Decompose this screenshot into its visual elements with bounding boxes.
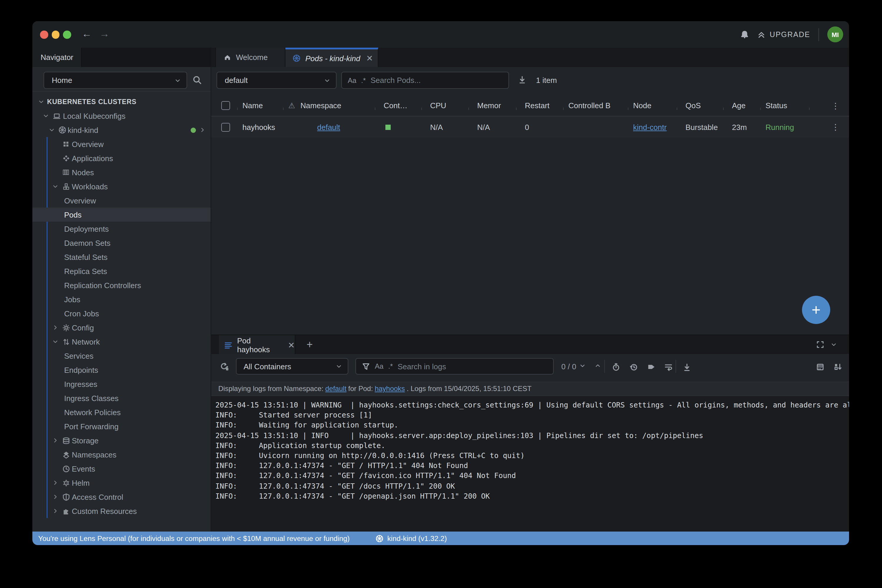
sidebar-item-ingresses[interactable]: Ingresses (32, 377, 210, 391)
logs-search-input[interactable]: Aa .* Search in logs (355, 358, 554, 375)
chevron-right-icon[interactable] (53, 508, 58, 514)
sidebar-item-kubernetes-clusters[interactable]: KUBERNETES CLUSTERS (32, 94, 210, 109)
avatar[interactable]: MI (827, 27, 843, 42)
wrap-lines-icon[interactable] (664, 363, 673, 371)
sidebar-item-port-forwarding[interactable]: Port Forwarding (32, 419, 210, 434)
row-menu-icon[interactable]: ⋮ (831, 122, 840, 132)
column-node[interactable]: Node (628, 101, 677, 110)
column-controlled-by[interactable]: Controlled B (564, 101, 628, 110)
download-icon[interactable] (518, 75, 527, 84)
match-case-icon[interactable]: Aa (348, 76, 356, 84)
chevron-right-icon[interactable] (53, 480, 58, 486)
tab-pods-kind-kind[interactable]: Pods - kind-kind ✕ (285, 48, 378, 67)
filter-icon[interactable] (362, 362, 370, 370)
sidebar-item-jobs[interactable]: Jobs (32, 292, 210, 306)
chevron-down-icon[interactable] (43, 113, 49, 119)
chevron-down-icon[interactable] (49, 127, 55, 133)
calendar-icon[interactable] (816, 363, 824, 371)
chevron-right-icon[interactable] (53, 494, 58, 500)
sidebar-item-replica-sets[interactable]: Replica Sets (32, 264, 210, 278)
prev-match-chevron-icon[interactable] (595, 363, 601, 369)
tag-icon[interactable] (647, 363, 655, 371)
statusbar-cluster[interactable]: kind-kind (v1.32.2) (376, 534, 447, 542)
row-checkbox[interactable] (221, 123, 230, 131)
tab-welcome[interactable]: Welcome (215, 48, 285, 67)
sidebar-item-local-kubeconfigs[interactable]: Local Kubeconfigs (32, 109, 210, 123)
namespace-link[interactable]: default (317, 123, 340, 131)
table-row[interactable]: hayhooks default N/A N/A 0 kind-contr Bu… (211, 116, 849, 138)
sidebar-item-storage[interactable]: Storage (32, 434, 210, 447)
notifications-bell-icon[interactable] (740, 30, 749, 39)
chevron-down-icon[interactable] (53, 339, 58, 345)
sidebar-item-overview[interactable]: Overview (32, 137, 210, 151)
column-memory[interactable]: Memor (469, 101, 517, 110)
table-menu-icon[interactable]: ⋮ (831, 101, 840, 110)
dock-tab-pod-hayhooks[interactable]: Pod hayhooks ✕ (219, 335, 295, 355)
sidebar-item-deployments[interactable]: Deployments (32, 222, 210, 236)
match-case-icon[interactable]: Aa (375, 362, 383, 370)
sidebar-item-ingress-classes[interactable]: Ingress Classes (32, 391, 210, 405)
namespace-select[interactable]: default (216, 72, 337, 89)
dock-tab-close-icon[interactable]: ✕ (288, 340, 295, 350)
sidebar-item-daemon-sets[interactable]: Daemon Sets (32, 236, 210, 250)
sidebar-item-pods[interactable]: Pods (32, 208, 210, 222)
regex-icon[interactable]: .* (361, 76, 366, 84)
select-all-checkbox[interactable] (221, 101, 230, 110)
previous-logs-icon[interactable] (630, 363, 638, 371)
column-namespace[interactable]: ⚠Namespace (284, 101, 376, 110)
minimize-window-button[interactable] (51, 31, 59, 39)
upgrade-button[interactable]: UPGRADE (757, 30, 810, 39)
sidebar-item-workloads[interactable]: Workloads (32, 179, 210, 194)
context-select[interactable]: Home (44, 72, 187, 89)
node-link[interactable]: kind-contr (633, 123, 667, 131)
chevron-right-icon[interactable] (200, 127, 205, 133)
dock-collapse-chevron-icon[interactable] (831, 342, 837, 348)
chevron-right-icon[interactable] (53, 438, 58, 443)
sidebar-item-services[interactable]: Services (32, 349, 210, 363)
close-window-button[interactable] (40, 31, 48, 39)
sidebar-item-network[interactable]: Network (32, 334, 210, 349)
column-cpu[interactable]: CPU (422, 101, 469, 110)
sidebar-item-events[interactable]: Events (32, 462, 210, 476)
column-restarts[interactable]: Restart (517, 101, 564, 110)
column-containers[interactable]: Cont… (376, 101, 422, 110)
sidebar-item-kind-kind[interactable]: kind-kind (32, 123, 210, 137)
sidebar-item-network-policies[interactable]: Network Policies (32, 405, 210, 419)
column-age[interactable]: Age (724, 101, 761, 110)
regex-icon[interactable]: .* (388, 362, 393, 370)
sidebar-search-icon[interactable] (192, 75, 202, 85)
sidebar-item-access-control[interactable]: Access Control (32, 490, 210, 504)
logs-pod-link[interactable]: hayhooks (375, 384, 405, 393)
chevron-down-icon[interactable] (38, 99, 44, 105)
dock-expand-icon[interactable] (816, 340, 824, 349)
reload-logs-icon[interactable] (219, 362, 228, 371)
sidebar-item-nodes[interactable]: Nodes (32, 165, 210, 179)
next-match-chevron-icon[interactable] (580, 363, 586, 369)
scroll-to-bottom-icon[interactable] (834, 363, 842, 371)
back-arrow-icon[interactable]: ← (82, 28, 92, 40)
sidebar-item-stateful-sets[interactable]: Stateful Sets (32, 250, 210, 264)
timestamps-icon[interactable] (612, 363, 620, 371)
dock-new-tab-button[interactable]: + (307, 335, 313, 355)
column-status[interactable]: Status (761, 101, 810, 110)
sidebar-item-helm[interactable]: Helm (32, 476, 210, 490)
pods-search-input[interactable]: Aa .* Search Pods... (341, 72, 509, 89)
sidebar-item-namespaces[interactable]: Namespaces (32, 447, 210, 462)
sidebar-item-config[interactable]: Config (32, 321, 210, 334)
download-logs-icon[interactable] (682, 363, 691, 372)
sidebar-item-overview[interactable]: Overview (32, 194, 210, 208)
container-select[interactable]: All Containers (236, 358, 348, 375)
maximize-window-button[interactable] (63, 31, 71, 39)
logs-output[interactable]: 2025-04-15 13:51:10 | WARNING | hayhooks… (211, 396, 849, 531)
forward-arrow-icon[interactable]: → (99, 28, 110, 40)
column-name[interactable]: Name (238, 101, 284, 110)
sidebar-item-cron-jobs[interactable]: Cron Jobs (32, 306, 210, 321)
chevron-right-icon[interactable] (53, 325, 58, 330)
chevron-down-icon[interactable] (53, 183, 58, 189)
sidebar-item-endpoints[interactable]: Endpoints (32, 363, 210, 377)
logs-namespace-link[interactable]: default (325, 384, 347, 393)
add-resource-button[interactable]: + (802, 296, 830, 324)
sidebar-item-replication-controllers[interactable]: Replication Controllers (32, 278, 210, 292)
sidebar-item-custom-resources[interactable]: Custom Resources (32, 504, 210, 518)
tab-close-icon[interactable]: ✕ (366, 54, 373, 63)
